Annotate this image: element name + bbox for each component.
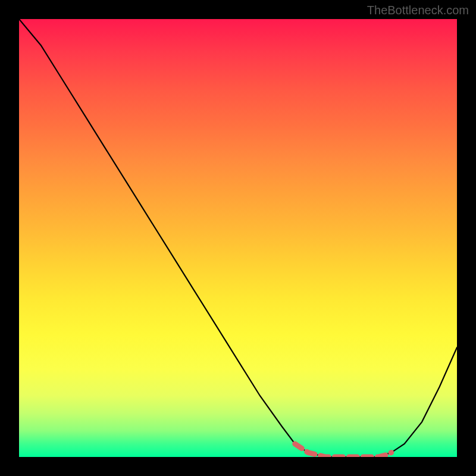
attribution-text: TheBottleneck.com — [367, 4, 469, 17]
chart-svg — [19, 19, 457, 457]
chart-plot-area — [19, 19, 457, 457]
highlight-segment — [295, 444, 392, 457]
curve-line — [19, 19, 457, 457]
